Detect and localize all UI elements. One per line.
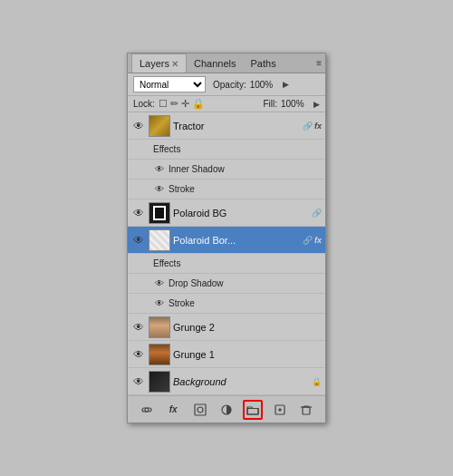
new-layer-icon [274, 403, 286, 416]
thumb-tractor [149, 115, 170, 137]
link-icon [140, 403, 153, 416]
layer-badges-polaroid-bg [312, 208, 322, 218]
layer-name-polaroid-bor: Polaroid Bor... [173, 235, 300, 246]
panel-menu-button[interactable]: ≡ [316, 58, 322, 68]
opacity-value: 100% [250, 80, 279, 90]
layer-badges-tractor [303, 121, 322, 131]
effect-label-polaroid-bor: Effects [153, 258, 180, 268]
adjustment-icon [220, 403, 233, 416]
svg-point-1 [198, 407, 203, 413]
thumb-background [149, 371, 170, 393]
delete-layer-button[interactable] [296, 400, 316, 420]
add-fx-button[interactable]: fx [163, 400, 183, 420]
layers-list: 👁 Tractor Effects 👁 Inner Shadow 👁 Strok… [128, 112, 325, 395]
lock-label: Lock: [133, 99, 155, 109]
bottom-toolbar: fx [128, 395, 325, 423]
lock-badge-background [312, 376, 322, 386]
layer-row-grunge2[interactable]: 👁 Grunge 2 [128, 314, 325, 341]
fill-arrow[interactable]: ▶ [313, 100, 320, 109]
lock-image-icon[interactable]: ✏ [170, 98, 178, 110]
lock-all-icon[interactable]: 🔒 [192, 98, 205, 110]
svg-rect-7 [303, 407, 310, 414]
visibility-icon-grunge1[interactable]: 👁 [131, 347, 146, 362]
effect-row-polaroid-drop-shadow[interactable]: 👁 Drop Shadow [128, 274, 325, 294]
fx-badge-polaroid-bor [314, 235, 322, 245]
fx-badge-tractor [314, 121, 322, 131]
effect-label-tractor: Effects [153, 144, 180, 154]
visibility-icon-polaroid-bor[interactable]: 👁 [131, 233, 146, 248]
layer-name-polaroid-bg: Polaroid BG [173, 208, 309, 219]
lock-position-icon[interactable]: ✛ [181, 98, 189, 110]
effect-name-drop-shadow: Drop Shadow [169, 278, 224, 288]
visibility-icon-background[interactable]: 👁 [131, 374, 146, 389]
new-group-button[interactable] [243, 400, 263, 420]
link-badge-polaroid-bor [303, 235, 313, 245]
effect-row-tractor-effects[interactable]: Effects [128, 140, 325, 160]
effect-name-tractor-stroke: Stroke [169, 184, 195, 194]
blend-mode-select[interactable]: Normal [133, 76, 206, 92]
layer-row-polaroid-bg[interactable]: 👁 Polaroid BG [128, 199, 325, 227]
tab-bar: Layers ✕ Channels Paths ≡ [128, 53, 325, 73]
layer-row-background[interactable]: 👁 Background [128, 368, 325, 395]
svg-rect-3 [247, 408, 258, 414]
layer-name-tractor: Tractor [173, 121, 300, 131]
layer-badges-background [312, 376, 322, 386]
fill-label: Fill: [263, 99, 277, 109]
effect-name-polaroid-stroke: Stroke [169, 298, 195, 308]
blend-opacity-row: Normal Opacity: 100% ▶ [128, 73, 325, 96]
link-badge-polaroid-bg [312, 208, 322, 218]
layer-row-grunge1[interactable]: 👁 Grunge 1 [128, 341, 325, 368]
thumb-polaroid-bor [149, 229, 170, 251]
effect-eye-tractor-stroke[interactable]: 👁 [153, 183, 166, 196]
tab-close-icon[interactable]: ✕ [171, 59, 178, 69]
fill-value: 100% [281, 99, 310, 109]
svg-rect-0 [195, 404, 206, 415]
link-badge-tractor [303, 121, 313, 131]
lock-transparent-icon[interactable]: ☐ [159, 98, 168, 110]
visibility-icon-polaroid-bg[interactable]: 👁 [131, 206, 146, 220]
effect-row-polaroid-effects[interactable]: Effects [128, 254, 325, 274]
visibility-icon-grunge2[interactable]: 👁 [131, 320, 146, 335]
effect-eye-drop-shadow[interactable]: 👁 [153, 277, 166, 290]
effect-row-tractor-stroke[interactable]: 👁 Stroke [128, 180, 325, 199]
tab-paths[interactable]: Paths [244, 53, 284, 73]
opacity-arrow[interactable]: ▶ [283, 80, 289, 89]
link-layers-button[interactable] [137, 400, 157, 420]
layer-name-grunge2: Grunge 2 [173, 322, 319, 333]
new-adjustment-button[interactable] [217, 400, 236, 420]
effect-eye-inner-shadow[interactable]: 👁 [153, 163, 166, 176]
new-layer-button[interactable] [270, 400, 290, 420]
opacity-label: Opacity: [213, 80, 246, 90]
lock-row: Lock: ☐ ✏ ✛ 🔒 Fill: 100% ▶ [128, 96, 325, 112]
tab-layers[interactable]: Layers ✕ [131, 53, 187, 73]
layers-panel: Layers ✕ Channels Paths ≡ Normal Opacity… [127, 53, 326, 423]
layer-name-background: Background [173, 376, 309, 387]
mask-icon [194, 403, 207, 416]
layer-name-grunge1: Grunge 1 [173, 349, 319, 360]
trash-icon [300, 403, 313, 416]
add-mask-button[interactable] [190, 400, 210, 420]
effect-eye-polaroid-stroke[interactable]: 👁 [153, 297, 166, 310]
visibility-icon-tractor[interactable]: 👁 [131, 119, 146, 133]
folder-icon [246, 403, 259, 416]
thumb-polaroid-bg [149, 202, 170, 224]
effect-row-tractor-inner-shadow[interactable]: 👁 Inner Shadow [128, 160, 325, 180]
layer-row-tractor[interactable]: 👁 Tractor [128, 112, 325, 140]
lock-icons: ☐ ✏ ✛ 🔒 [159, 98, 205, 110]
effect-name-inner-shadow: Inner Shadow [169, 164, 225, 174]
fx-label: fx [169, 404, 178, 414]
thumb-grunge1 [149, 344, 170, 365]
effect-row-polaroid-stroke[interactable]: 👁 Stroke [128, 294, 325, 314]
layer-badges-polaroid-bor [303, 235, 322, 245]
layer-row-polaroid-bor[interactable]: 👁 Polaroid Bor... [128, 227, 325, 254]
thumb-grunge2 [149, 316, 170, 338]
tab-channels[interactable]: Channels [187, 53, 243, 73]
